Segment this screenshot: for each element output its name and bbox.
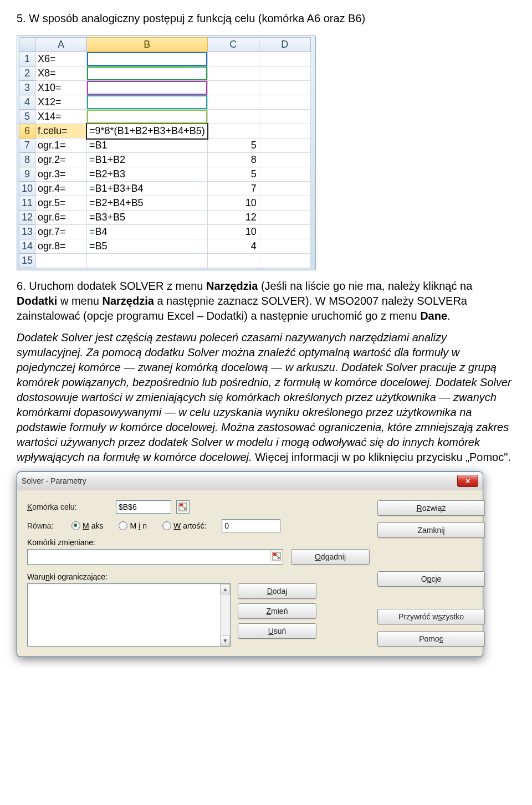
cell[interactable]	[259, 110, 310, 124]
scroll-down-icon[interactable]: ▼	[221, 635, 230, 646]
help-button[interactable]: Pomoc	[377, 631, 485, 647]
cell[interactable]	[259, 196, 310, 211]
row-header[interactable]: 6	[19, 124, 35, 139]
cell[interactable]	[87, 110, 208, 124]
cell[interactable]: ogr.4=	[35, 182, 87, 196]
cell[interactable]: ogr.2=	[35, 153, 87, 167]
cell[interactable]	[87, 66, 208, 81]
cell[interactable]: =B5	[87, 239, 208, 254]
row-header[interactable]: 8	[19, 153, 35, 167]
cell[interactable]: =B1+B2	[87, 153, 208, 167]
row-header[interactable]: 7	[19, 139, 35, 153]
cell[interactable]: f.celu=	[35, 124, 87, 139]
cell[interactable]	[259, 239, 310, 254]
col-C[interactable]: C	[207, 38, 259, 52]
cell[interactable]	[207, 110, 259, 124]
add-button[interactable]: Dodaj	[238, 583, 316, 599]
cell[interactable]	[259, 254, 310, 268]
cell[interactable]: ogr.1=	[35, 139, 87, 153]
radio-min[interactable]: Min	[119, 521, 147, 530]
close-dialog-button[interactable]: Zamknij	[377, 522, 485, 538]
cell[interactable]: ogr.8=	[35, 239, 87, 254]
range-picker-icon[interactable]	[176, 500, 190, 514]
cell[interactable]: =B2+B3	[87, 167, 208, 182]
cell[interactable]: =B1	[87, 139, 208, 153]
cell[interactable]	[207, 95, 259, 110]
cell[interactable]: =B2+B4+B5	[87, 196, 208, 211]
cell[interactable]	[259, 81, 310, 95]
cell[interactable]	[207, 66, 259, 81]
cell[interactable]	[259, 225, 310, 239]
cell[interactable]: 4	[207, 239, 259, 254]
cell[interactable]: 10	[207, 225, 259, 239]
cell[interactable]: ogr.7=	[35, 225, 87, 239]
cell[interactable]	[87, 254, 208, 268]
cell[interactable]: X12=	[35, 95, 87, 110]
cell[interactable]: ogr.3=	[35, 167, 87, 182]
cell[interactable]: 12	[207, 211, 259, 225]
close-button[interactable]: ×	[457, 475, 478, 487]
row-header[interactable]: 14	[19, 239, 35, 254]
cell[interactable]	[35, 254, 87, 268]
cell[interactable]: =9*8*(B1+B2+B3+B4+B5)	[87, 124, 208, 139]
cell[interactable]	[259, 167, 310, 182]
options-button[interactable]: Opcje	[377, 571, 485, 587]
row-header[interactable]: 12	[19, 211, 35, 225]
cell[interactable]: ogr.5=	[35, 196, 87, 211]
cell[interactable]	[259, 182, 310, 196]
cell[interactable]: 5	[207, 139, 259, 153]
row-header[interactable]: 9	[19, 167, 35, 182]
cell[interactable]	[259, 211, 310, 225]
cell[interactable]	[259, 153, 310, 167]
col-B[interactable]: B	[87, 38, 208, 52]
cell[interactable]: 8	[207, 153, 259, 167]
value-input[interactable]: 0	[222, 519, 280, 532]
row-header[interactable]: 4	[19, 95, 35, 110]
row-header[interactable]: 1	[19, 52, 35, 66]
range-picker-icon[interactable]	[270, 550, 283, 562]
cell[interactable]: X8=	[35, 66, 87, 81]
cell[interactable]: 10	[207, 196, 259, 211]
cell[interactable]: 7	[207, 182, 259, 196]
dialog-titlebar[interactable]: Solver - Parametry	[17, 472, 483, 490]
changing-cells-input[interactable]	[27, 549, 283, 565]
cell[interactable]: X14=	[35, 110, 87, 124]
row-header[interactable]: 5	[19, 110, 35, 124]
cell[interactable]: =B4	[87, 225, 208, 239]
change-button[interactable]: Zmień	[238, 603, 316, 619]
row-header[interactable]: 2	[19, 66, 35, 81]
cell[interactable]	[87, 52, 208, 66]
select-all-corner[interactable]	[19, 38, 35, 52]
target-cell-input[interactable]: $B$6	[116, 500, 171, 514]
solve-button[interactable]: Rozwiąż	[377, 500, 485, 516]
cell[interactable]: 5	[207, 167, 259, 182]
delete-button[interactable]: Usuń	[238, 623, 316, 639]
col-D[interactable]: D	[259, 38, 310, 52]
cell[interactable]	[207, 81, 259, 95]
cell[interactable]: =B3+B5	[87, 211, 208, 225]
row-header[interactable]: 13	[19, 225, 35, 239]
cell[interactable]: X10=	[35, 81, 87, 95]
cell[interactable]	[207, 52, 259, 66]
scrollbar[interactable]: ▲ ▼	[220, 584, 230, 646]
radio-max[interactable]: Maks	[71, 521, 103, 530]
row-header[interactable]: 11	[19, 196, 35, 211]
cell[interactable]	[259, 139, 310, 153]
cell[interactable]: ogr.6=	[35, 211, 87, 225]
cell[interactable]	[259, 95, 310, 110]
col-A[interactable]: A	[35, 38, 87, 52]
row-header[interactable]: 15	[19, 254, 35, 268]
cell[interactable]: X6=	[35, 52, 87, 66]
cell[interactable]	[207, 124, 259, 139]
guess-button[interactable]: Odgadnij	[291, 549, 370, 565]
row-header[interactable]: 10	[19, 182, 35, 196]
cell[interactable]	[207, 254, 259, 268]
radio-value[interactable]: Wartość:	[162, 521, 206, 530]
constraints-list[interactable]: ▲ ▼	[27, 583, 231, 647]
scroll-up-icon[interactable]: ▲	[221, 584, 230, 594]
cell[interactable]	[87, 95, 208, 110]
row-header[interactable]: 3	[19, 81, 35, 95]
cell[interactable]	[259, 52, 310, 66]
cell[interactable]	[259, 66, 310, 81]
reset-button[interactable]: Przywróć wszystko	[377, 609, 485, 624]
